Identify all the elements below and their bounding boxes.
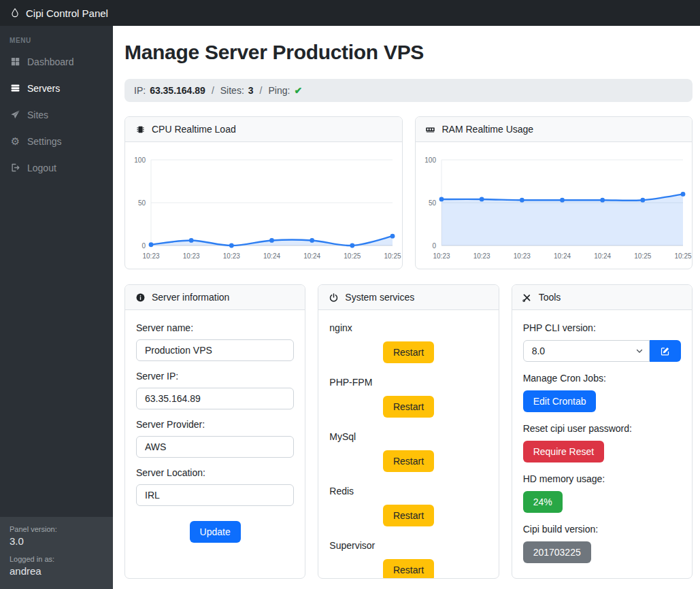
svg-text:50: 50 [428, 199, 436, 207]
ram-card-title: RAM Realtime Usage [442, 124, 534, 135]
ip-value: 63.35.164.89 [150, 85, 205, 96]
cpu-chart: 05010010:2310:2310:2310:2410:2410:2510:2… [125, 142, 402, 269]
reset-password-label: Reset cipi user password: [523, 423, 681, 434]
logged-in-username: andrea [10, 565, 103, 577]
svg-text:10:24: 10:24 [303, 252, 320, 260]
sidebar-item-servers[interactable]: Servers [0, 75, 113, 101]
svg-text:100: 100 [134, 156, 146, 164]
server-info-bar: IP: 63.35.164.89 / Sites: 3 / Ping: ✔ [124, 79, 693, 102]
sidebar-item-logout[interactable]: Logout [0, 154, 113, 181]
page-title: Manage Server Production VPS [124, 41, 693, 64]
tools-icon [522, 292, 533, 303]
server-provider-input[interactable] [136, 436, 294, 458]
ram-chart: 05010010:2310:2310:2310:2410:2410:2510:2… [416, 142, 693, 269]
ping-label: Ping: [268, 85, 290, 96]
server-ip-label: Server IP: [136, 371, 294, 382]
svg-text:10:24: 10:24 [263, 252, 280, 260]
server-location-input[interactable] [136, 484, 294, 506]
build-version-label: Cipi build version: [523, 524, 681, 535]
hd-memory-usage-label: HD memory usage: [523, 473, 681, 484]
main-content: Manage Server Production VPS IP: 63.35.1… [113, 26, 700, 589]
restart-mysql-button[interactable]: Restart [383, 450, 434, 472]
require-reset-button[interactable]: Require Reset [523, 441, 605, 462]
php-cli-version-label: PHP CLI version: [523, 322, 681, 333]
edit-icon [660, 346, 670, 356]
svg-text:10:25: 10:25 [384, 252, 401, 260]
svg-text:50: 50 [138, 199, 146, 207]
servers-icon [10, 82, 21, 94]
sidebar-item-label: Logout [27, 163, 56, 173]
php-version-select[interactable]: 8.0 [523, 340, 650, 362]
service-name-php-fpm: PHP-FPM [329, 377, 487, 388]
svg-text:10:23: 10:23 [433, 252, 450, 260]
svg-text:10:25: 10:25 [634, 252, 651, 260]
server-ip-input[interactable] [136, 388, 294, 409]
service-name-supervisor: Supervisor [329, 540, 487, 551]
panel-version-label: Panel version: [10, 525, 103, 533]
svg-text:10:23: 10:23 [473, 252, 490, 260]
svg-text:10:23: 10:23 [513, 252, 530, 260]
info-circle-icon [135, 292, 146, 303]
separator: / [212, 85, 214, 96]
sidebar-item-label: Sites [27, 110, 48, 120]
svg-text:10:23: 10:23 [142, 252, 159, 260]
cron-jobs-label: Manage Cron Jobs: [523, 373, 681, 384]
cpu-card-title: CPU Realtime Load [152, 124, 236, 135]
system-services-card: System services nginx Restart PHP-FPM Re… [318, 284, 499, 579]
server-name-label: Server name: [136, 322, 294, 333]
sidebar: MENU Dashboard Servers Sites [0, 26, 113, 589]
restart-redis-button[interactable]: Restart [383, 505, 434, 526]
system-services-title: System services [345, 292, 414, 303]
restart-nginx-button[interactable]: Restart [383, 341, 434, 363]
ip-label: IP: [134, 85, 146, 96]
brand[interactable]: Cipi Control Panel [10, 7, 108, 19]
service-name-mysql: MySql [329, 431, 487, 442]
server-information-card: Server information Server name: Server I… [124, 284, 305, 579]
sidebar-item-label: Dashboard [27, 56, 74, 67]
server-information-title: Server information [152, 292, 229, 303]
sites-label: Sites: [220, 85, 244, 96]
svg-text:10:23: 10:23 [223, 252, 240, 260]
tools-card: Tools PHP CLI version: 8.0 [512, 284, 693, 579]
edit-php-version-button[interactable] [650, 340, 681, 362]
sites-count: 3 [248, 85, 254, 96]
svg-text:10:23: 10:23 [183, 252, 200, 260]
edit-crontab-button[interactable]: Edit Crontab [523, 390, 597, 412]
microchip-icon [135, 124, 146, 135]
separator: / [260, 85, 263, 96]
hd-usage-badge: 24% [523, 491, 563, 513]
svg-text:10:25: 10:25 [674, 252, 691, 260]
rocket-icon [10, 109, 21, 120]
server-name-input[interactable] [136, 339, 294, 361]
svg-text:0: 0 [432, 242, 436, 250]
brand-title: Cipi Control Panel [26, 7, 108, 19]
sidebar-item-settings[interactable]: ⚙ Settings [0, 128, 113, 154]
logout-icon [10, 162, 21, 173]
server-provider-label: Server Provider: [136, 419, 294, 430]
restart-supervisor-button[interactable]: Restart [383, 559, 434, 579]
sidebar-item-dashboard[interactable]: Dashboard [0, 48, 113, 75]
memory-icon [425, 124, 436, 135]
svg-text:100: 100 [424, 156, 436, 164]
update-button[interactable]: Update [190, 521, 241, 543]
sidebar-item-sites[interactable]: Sites [0, 101, 113, 128]
service-name-nginx: nginx [329, 322, 487, 333]
ram-card: RAM Realtime Usage 05010010:2310:2310:23… [415, 116, 693, 269]
droplet-icon [10, 7, 20, 18]
svg-text:10:25: 10:25 [344, 252, 361, 260]
cpu-card: CPU Realtime Load 05010010:2310:2310:231… [124, 116, 403, 269]
power-icon [328, 292, 339, 303]
top-navbar: Cipi Control Panel [0, 0, 700, 26]
sidebar-item-label: Settings [27, 136, 62, 147]
logged-in-label: Logged in as: [10, 555, 103, 563]
svg-text:0: 0 [141, 242, 146, 250]
gear-icon: ⚙ [10, 135, 21, 147]
dashboard-icon [10, 56, 21, 67]
tools-title: Tools [539, 292, 561, 303]
check-icon: ✔ [294, 85, 302, 96]
sidebar-item-label: Servers [27, 83, 60, 94]
svg-text:10:24: 10:24 [594, 252, 611, 260]
sidebar-footer: Panel version: 3.0 Logged in as: andrea [0, 517, 113, 589]
restart-php-fpm-button[interactable]: Restart [383, 396, 434, 418]
menu-section-label: MENU [0, 26, 113, 48]
